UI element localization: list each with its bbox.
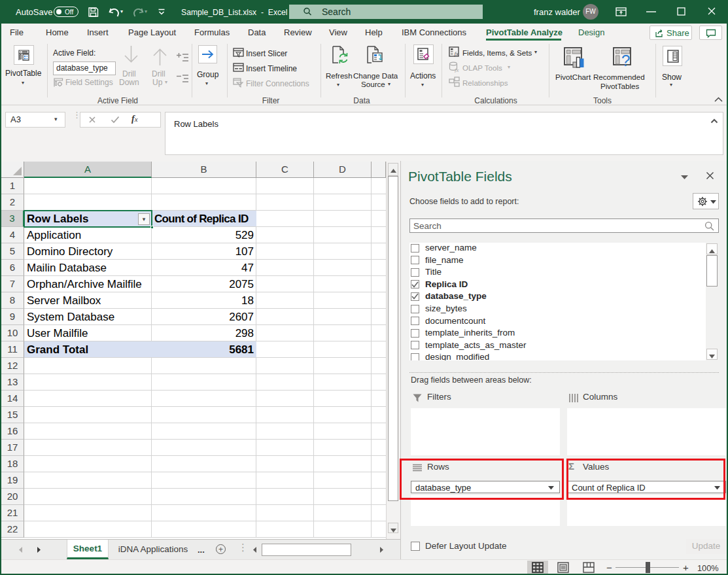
svg-text:fx: fx xyxy=(455,50,459,57)
svg-text:?: ? xyxy=(621,52,630,69)
svg-text:fx: fx xyxy=(455,67,459,73)
